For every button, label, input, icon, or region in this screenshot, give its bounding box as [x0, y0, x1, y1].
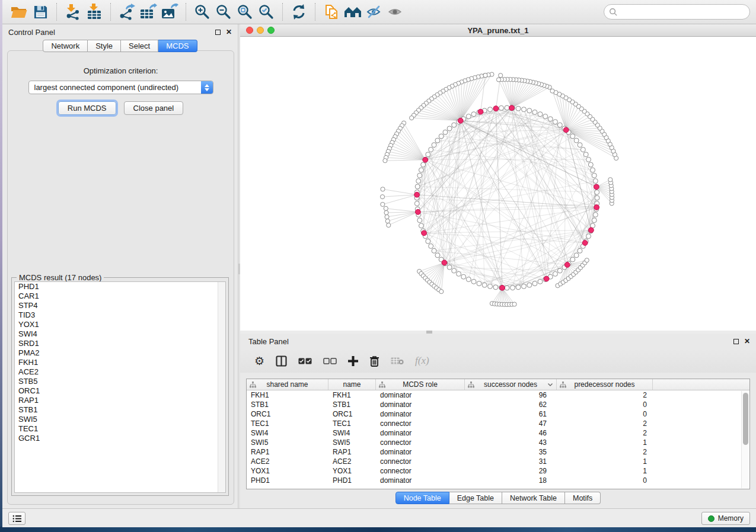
- network-node[interactable]: [429, 243, 433, 248]
- table-row[interactable]: ORC1ORC1dominator610: [247, 409, 741, 419]
- mcds-hub-node[interactable]: [594, 184, 599, 190]
- network-node[interactable]: [426, 152, 430, 157]
- search-box[interactable]: [604, 4, 750, 20]
- network-node[interactable]: [471, 112, 476, 117]
- mcds-hub-node[interactable]: [594, 204, 599, 210]
- table-cell[interactable]: 18: [465, 476, 557, 485]
- mcds-hub-node[interactable]: [415, 209, 420, 214]
- network-node[interactable]: [380, 195, 384, 199]
- table-cell[interactable]: ACE2: [328, 457, 376, 466]
- network-node[interactable]: [466, 277, 471, 282]
- network-node[interactable]: [385, 219, 390, 223]
- select-all-checkboxes-icon[interactable]: [298, 358, 312, 364]
- close-panel-icon[interactable]: ✕: [226, 28, 232, 36]
- table-cell[interactable]: 61: [465, 409, 557, 419]
- mcds-list-scrollbar[interactable]: [218, 282, 225, 492]
- table-cell[interactable]: FKH1: [247, 390, 328, 400]
- table-cell[interactable]: connector: [376, 457, 465, 466]
- network-node[interactable]: [466, 114, 471, 118]
- network-node[interactable]: [452, 123, 457, 127]
- network-node[interactable]: [511, 286, 515, 290]
- table-cell[interactable]: dominator: [376, 390, 465, 400]
- mcds-hub-node[interactable]: [478, 109, 483, 114]
- close-panel-button[interactable]: Close panel: [124, 101, 184, 115]
- network-node[interactable]: [532, 110, 537, 114]
- open-folder-icon[interactable]: [8, 2, 30, 21]
- zoom-selected-icon[interactable]: [256, 2, 277, 21]
- network-node[interactable]: [578, 143, 582, 148]
- table-cell[interactable]: RAP1: [328, 447, 376, 457]
- network-node[interactable]: [414, 201, 419, 206]
- mcds-hub-node[interactable]: [509, 105, 515, 111]
- tab-select[interactable]: Select: [121, 40, 158, 52]
- network-node[interactable]: [505, 286, 509, 290]
- network-node[interactable]: [499, 105, 503, 110]
- table-cell[interactable]: 35: [465, 447, 557, 457]
- network-node[interactable]: [574, 138, 579, 143]
- network-node[interactable]: [416, 179, 421, 184]
- network-node[interactable]: [439, 289, 444, 293]
- show-hidden-eye-icon[interactable]: [385, 2, 406, 21]
- table-cell[interactable]: 1: [557, 466, 653, 476]
- network-node[interactable]: [538, 279, 543, 284]
- tab-network-table[interactable]: Network Table: [502, 492, 565, 504]
- mcds-hub-node[interactable]: [500, 285, 505, 290]
- tab-network[interactable]: Network: [43, 40, 88, 52]
- network-node[interactable]: [385, 214, 389, 219]
- mcds-result-item[interactable]: SRD1: [15, 339, 225, 348]
- network-node[interactable]: [592, 218, 596, 223]
- show-task-history-button[interactable]: [8, 512, 25, 525]
- mcds-hub-node[interactable]: [563, 127, 569, 133]
- table-row[interactable]: RAP1RAP1dominator352: [247, 447, 741, 457]
- table-cell[interactable]: SWI5: [247, 438, 328, 447]
- network-node[interactable]: [583, 152, 588, 157]
- network-node[interactable]: [516, 285, 521, 290]
- network-node[interactable]: [578, 248, 582, 253]
- table-cell[interactable]: dominator: [376, 476, 465, 485]
- mcds-result-item[interactable]: ORC1: [15, 386, 225, 396]
- table-cell[interactable]: 31: [465, 457, 557, 466]
- network-node[interactable]: [384, 206, 388, 210]
- unselect-all-checkboxes-icon[interactable]: [323, 358, 337, 364]
- network-node[interactable]: [557, 123, 562, 127]
- table-cell[interactable]: 0: [557, 476, 653, 485]
- network-node[interactable]: [553, 271, 557, 276]
- network-node[interactable]: [505, 105, 509, 110]
- network-node[interactable]: [426, 239, 430, 243]
- network-node[interactable]: [595, 190, 599, 194]
- network-node[interactable]: [429, 148, 433, 152]
- table-cell[interactable]: PHD1: [247, 476, 328, 485]
- network-node[interactable]: [588, 162, 593, 167]
- table-cell[interactable]: 2: [557, 447, 653, 457]
- table-cell[interactable]: 96: [465, 390, 557, 400]
- column-header-name[interactable]: name: [328, 379, 376, 390]
- network-node[interactable]: [493, 285, 498, 290]
- network-node[interactable]: [381, 202, 385, 206]
- mcds-hub-node[interactable]: [458, 118, 463, 123]
- mcds-hub-node[interactable]: [544, 276, 549, 281]
- mcds-hub-node[interactable]: [564, 262, 570, 268]
- float-panel-icon[interactable]: [733, 339, 739, 344]
- search-input[interactable]: [618, 8, 745, 17]
- table-row[interactable]: FKH1FKH1dominator962: [247, 390, 741, 400]
- show-columns-icon[interactable]: [276, 355, 287, 367]
- table-cell[interactable]: PHD1: [328, 476, 376, 485]
- network-node[interactable]: [496, 78, 500, 82]
- mcds-result-item[interactable]: TEC1: [15, 424, 225, 434]
- network-node[interactable]: [570, 257, 575, 262]
- export-network-icon[interactable]: [116, 2, 138, 21]
- mcds-hub-node[interactable]: [493, 106, 499, 111]
- network-node[interactable]: [608, 178, 613, 182]
- mcds-result-item[interactable]: FKH1: [15, 358, 225, 367]
- network-node[interactable]: [548, 117, 553, 121]
- table-cell[interactable]: SWI5: [328, 438, 376, 447]
- export-table-icon[interactable]: [138, 2, 159, 21]
- mcds-hub-node[interactable]: [414, 192, 420, 197]
- zoom-in-icon[interactable]: [192, 2, 213, 21]
- network-node[interactable]: [417, 218, 422, 223]
- network-node[interactable]: [482, 283, 487, 287]
- column-header-mcds-role[interactable]: MCDS role: [376, 379, 465, 390]
- table-cell[interactable]: 29: [465, 466, 557, 476]
- network-node[interactable]: [421, 162, 426, 167]
- network-node[interactable]: [419, 223, 423, 228]
